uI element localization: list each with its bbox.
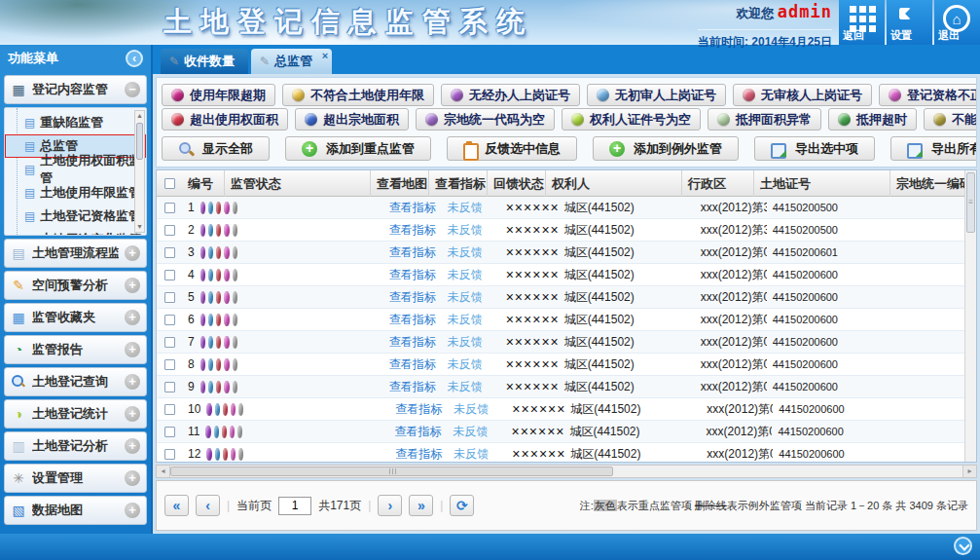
- view-indicator-link[interactable]: 查看指标: [388, 424, 447, 440]
- view-indicator-link[interactable]: 查看指标: [383, 222, 442, 239]
- action-button[interactable]: 显示全部: [162, 136, 270, 161]
- expand-group-icon[interactable]: +: [125, 342, 140, 357]
- chevron-down-icon[interactable]: [954, 537, 972, 555]
- sidebar-collapse-button[interactable]: ‹: [126, 50, 143, 67]
- feedback-status-link[interactable]: 未反馈: [442, 356, 500, 373]
- legend-filter-button[interactable]: 超出宗地面积: [295, 108, 409, 131]
- view-indicator-link[interactable]: 查看指标: [383, 289, 442, 306]
- feedback-status-link[interactable]: 未反馈: [442, 379, 500, 395]
- back-button[interactable]: 返回: [839, 0, 885, 45]
- feedback-status-link[interactable]: 未反馈: [442, 244, 500, 261]
- column-header[interactable]: 查看指标: [429, 170, 488, 197]
- action-button[interactable]: 导出所有: [890, 136, 977, 161]
- column-header[interactable]: 查看地图: [371, 170, 429, 197]
- sidebar-submenu-item[interactable]: ▤ 重缺陷监管: [5, 111, 146, 134]
- sidebar-group[interactable]: 监管收藏夹 +: [4, 303, 147, 332]
- feedback-status-link[interactable]: 未反馈: [448, 446, 506, 463]
- table-row[interactable]: 6 查看指标 未反馈 ×××××× 城区(441502) xxx(2012)第0…: [157, 309, 964, 331]
- column-header[interactable]: 宗地统一编码: [890, 170, 964, 197]
- sidebar-group-registration-content[interactable]: 登记内容监管 −: [4, 75, 147, 104]
- expand-group-icon[interactable]: +: [125, 278, 140, 293]
- last-page-button[interactable]: »: [409, 495, 433, 516]
- view-indicator-link[interactable]: 查看指标: [383, 244, 442, 261]
- action-button[interactable]: 反馈选中信息: [447, 136, 577, 161]
- submenu-scrollbar[interactable]: ▲ ▼: [134, 110, 145, 233]
- feedback-status-link[interactable]: 未反馈: [442, 312, 500, 328]
- column-header[interactable]: 权利人: [546, 170, 682, 197]
- page-number-input[interactable]: [278, 497, 311, 515]
- legend-filter-button[interactable]: 无初审人上岗证号: [587, 84, 726, 106]
- expand-group-icon[interactable]: +: [125, 374, 140, 390]
- legend-filter-button[interactable]: 登记资格不正常: [879, 84, 977, 106]
- view-indicator-link[interactable]: 查看指标: [383, 200, 442, 216]
- row-checkbox[interactable]: [164, 203, 175, 213]
- column-header[interactable]: 监管状态: [225, 170, 371, 197]
- view-indicator-link[interactable]: 查看指标: [389, 446, 448, 463]
- sidebar-group[interactable]: 空间预警分析 +: [4, 271, 147, 300]
- sidebar-group[interactable]: 土地登记查询 +: [4, 367, 147, 396]
- next-page-button[interactable]: ›: [378, 495, 402, 516]
- column-header[interactable]: 回馈状态: [488, 170, 546, 197]
- row-checkbox[interactable]: [164, 382, 175, 392]
- expand-group-icon[interactable]: +: [125, 406, 140, 422]
- scroll-up-icon[interactable]: ▲: [135, 111, 144, 121]
- view-indicator-link[interactable]: 查看指标: [389, 401, 448, 418]
- feedback-status-link[interactable]: 未反馈: [442, 289, 500, 306]
- table-row[interactable]: 3 查看指标 未反馈 ×××××× 城区(441502) xxx(2012)第0…: [157, 242, 964, 264]
- scroll-right-icon[interactable]: ▸: [962, 466, 976, 477]
- table-row[interactable]: 5 查看指标 未反馈 ×××××× 城区(441502) xxx(2012)第0…: [157, 286, 964, 309]
- sidebar-group[interactable]: 设置管理 +: [4, 464, 147, 493]
- sidebar-group[interactable]: 土地管理流程监管 +: [4, 239, 147, 268]
- feedback-status-link[interactable]: 未反馈: [448, 401, 506, 418]
- scroll-down-icon[interactable]: ▼: [135, 222, 144, 232]
- scrollbar-thumb[interactable]: [170, 467, 613, 476]
- scroll-left-icon[interactable]: ◂: [157, 466, 170, 477]
- row-checkbox[interactable]: [164, 359, 175, 370]
- scrollbar-thumb[interactable]: [136, 123, 143, 160]
- row-checkbox[interactable]: [164, 292, 175, 303]
- row-checkbox[interactable]: [164, 449, 175, 460]
- column-header[interactable]: 编号: [182, 170, 225, 197]
- row-checkbox[interactable]: [164, 225, 175, 236]
- table-row[interactable]: 8 查看指标 未反馈 ×××××× 城区(441502) xxx(2012)第0…: [157, 354, 964, 376]
- row-checkbox[interactable]: [164, 247, 175, 258]
- column-header[interactable]: 行政区: [682, 170, 754, 197]
- table-row[interactable]: 10 查看指标 未反馈 ×××××× 城区(441502) xxx(2012)第…: [157, 398, 964, 421]
- legend-filter-button[interactable]: 宗地统一代码为空: [416, 108, 555, 131]
- row-checkbox[interactable]: [164, 270, 175, 280]
- logout-button[interactable]: ⌂ 退出: [934, 0, 980, 45]
- expand-group-icon[interactable]: +: [125, 245, 140, 261]
- row-checkbox[interactable]: [164, 315, 175, 325]
- column-header[interactable]: 土地证号: [754, 170, 890, 197]
- prev-page-button[interactable]: ‹: [196, 495, 220, 516]
- row-checkbox[interactable]: [164, 427, 175, 437]
- view-indicator-link[interactable]: 查看指标: [383, 379, 442, 395]
- legend-filter-button[interactable]: 无审核人上岗证号: [733, 84, 872, 106]
- view-indicator-link[interactable]: 查看指标: [383, 334, 442, 351]
- table-row[interactable]: 11 查看指标 未反馈 ×××××× 城区(441502) xxx(2012)第…: [157, 421, 964, 443]
- table-row[interactable]: 2 查看指标 未反馈 ×××××× 城区(441502) xxx(2012)第3…: [157, 219, 964, 242]
- legend-filter-button[interactable]: 权利人证件号为空: [562, 108, 701, 131]
- sidebar-group[interactable]: 数据地图 +: [4, 496, 147, 525]
- tab-close-icon[interactable]: ×: [322, 50, 328, 61]
- view-indicator-link[interactable]: 查看指标: [383, 356, 442, 373]
- table-row[interactable]: 1 查看指标 未反馈 ×××××× 城区(441502) xxx(2012)第3…: [157, 197, 964, 219]
- row-checkbox[interactable]: [164, 337, 175, 348]
- feedback-status-link[interactable]: 未反馈: [442, 334, 500, 351]
- tab-receipt-count[interactable]: ✎ 收件数量: [161, 49, 248, 74]
- sidebar-group[interactable]: 监管报告 +: [4, 335, 147, 364]
- view-indicator-link[interactable]: 查看指标: [383, 267, 442, 283]
- expand-group-icon[interactable]: +: [125, 310, 140, 325]
- action-button[interactable]: 添加到例外监管: [593, 136, 739, 161]
- sidebar-submenu-item[interactable]: ▤ 土地使用年限监管: [5, 181, 146, 205]
- first-page-button[interactable]: «: [164, 495, 189, 516]
- expand-group-icon[interactable]: +: [125, 470, 140, 486]
- sidebar-submenu-item[interactable]: ▤ 土地用途变化监管: [5, 228, 146, 236]
- sidebar-submenu-item[interactable]: ▤ 土地登记资格监管: [5, 205, 146, 228]
- table-row[interactable]: 12 查看指标 未反馈 ×××××× 城区(441502) xxx(2012)第…: [157, 443, 964, 462]
- legend-filter-button[interactable]: 不能用于抵押: [924, 108, 977, 131]
- legend-filter-button[interactable]: 使用年限超期: [162, 84, 275, 106]
- feedback-status-link[interactable]: 未反馈: [442, 200, 500, 216]
- scrollbar-thumb[interactable]: ≡: [966, 172, 975, 233]
- legend-filter-button[interactable]: 抵押超时: [828, 108, 917, 131]
